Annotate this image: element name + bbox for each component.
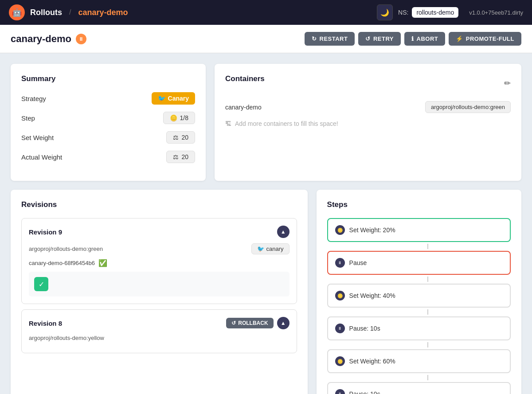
summary-card: Summary Strategy 🐦 Canary Step 🪙 1/8 Set…	[11, 64, 206, 181]
step-1: 🪙 Set Weight: 20%	[327, 218, 511, 242]
version-label: v1.0.0+75eeb71.dirty	[469, 9, 523, 16]
rollback-icon: ↺	[231, 320, 236, 326]
revision-9-title: Revision 9	[29, 228, 62, 236]
revisions-title: Revisions	[21, 200, 297, 209]
revisions-card: Revisions Revision 9 ▲ argoproj/rollouts…	[11, 190, 308, 394]
action-buttons: ↻ RESTART ↺ RETRY ℹ ABORT ⚡ PROMOTE-FULL	[305, 32, 521, 46]
container-item: canary-demo argoproj/rollouts-demo:green	[225, 101, 511, 113]
top-cards-row: Summary Strategy 🐦 Canary Step 🪙 1/8 Set…	[11, 64, 521, 181]
step-5-weight-icon: 🪙	[335, 356, 345, 366]
bottom-cards-row: Revisions Revision 9 ▲ argoproj/rollouts…	[11, 190, 521, 394]
rollback-button[interactable]: ↺ ROLLBACK	[226, 318, 273, 328]
main-content: Summary Strategy 🐦 Canary Step 🪙 1/8 Set…	[0, 53, 532, 394]
revision-9-item: Revision 9 ▲ argoproj/rollouts-demo:gree…	[21, 218, 297, 304]
steps-title: Steps	[327, 200, 511, 209]
revision-9-pods: ✓	[29, 272, 289, 296]
steps-card: Steps 🪙 Set Weight: 20% ⏸ Pause 🪙 Set We…	[317, 190, 521, 394]
summary-step-row: Step 🪙 1/8	[21, 112, 195, 124]
promote-icon: ⚡	[456, 35, 463, 42]
actual-weight-badge: ⚖ 20	[166, 151, 195, 163]
containers-title: Containers	[225, 74, 265, 83]
step-6: ⏸ Pause: 10s	[327, 382, 511, 394]
step-3-weight-icon: 🪙	[335, 291, 345, 300]
actual-weight-label: Actual Weight	[21, 153, 62, 161]
step-icon: 🪙	[170, 114, 177, 121]
add-containers-icon: 🏗	[225, 120, 231, 127]
step-5: 🪙 Set Weight: 60%	[327, 349, 511, 373]
header-subtitle: canary-demo	[78, 8, 128, 17]
step-label: Step	[21, 114, 35, 122]
namespace-info: NS: rollouts-demo	[398, 7, 458, 18]
containers-card: Containers ✏ canary-demo argoproj/rollou…	[215, 64, 521, 181]
app-title: Rollouts	[30, 8, 62, 17]
revision-8-item: Revision 8 ↺ ROLLBACK ▲ argoproj/rollout…	[21, 309, 297, 353]
revision-9-image-row: argoproj/rollouts-demo:green 🐦 canary	[29, 243, 289, 254]
step-connector-4	[427, 342, 428, 347]
step-4-pause-icon: ⏸	[335, 324, 345, 333]
theme-toggle-button[interactable]: 🌙	[377, 4, 393, 20]
step-connector-3	[427, 309, 428, 315]
summary-strategy-row: Strategy 🐦 Canary	[21, 92, 195, 105]
namespace-badge: rollouts-demo	[412, 7, 458, 18]
revision-9-image: argoproj/rollouts-demo:green	[29, 246, 103, 252]
summary-title: Summary	[21, 74, 195, 83]
step-connector-5	[427, 375, 428, 380]
step-4: ⏸ Pause: 10s	[327, 316, 511, 340]
app-logo: 🤖	[9, 4, 25, 20]
revision-8-collapse-button[interactable]: ▲	[277, 317, 289, 329]
revision-9-collapse-button[interactable]: ▲	[277, 226, 289, 238]
page-title-text: canary-demo	[11, 33, 71, 45]
revision-8-image-row: argoproj/rollouts-demo:yellow	[29, 335, 289, 341]
container-image-badge: argoproj/rollouts-demo:green	[425, 101, 511, 113]
pause-status-icon: ⏸	[76, 34, 86, 44]
strategy-badge: 🐦 Canary	[152, 92, 195, 105]
revision-9-pod-row: canary-demo-68f96454b6 ✅	[29, 259, 289, 267]
step-2-pause-icon: ⏸	[335, 258, 345, 268]
step-connector-1	[427, 244, 428, 249]
restart-icon: ↻	[312, 35, 317, 42]
step-badge: 🪙 1/8	[163, 112, 195, 124]
abort-button[interactable]: ℹ ABORT	[404, 32, 445, 46]
edit-containers-icon[interactable]: ✏	[504, 78, 511, 88]
page-title-container: canary-demo ⏸	[11, 33, 86, 45]
retry-button[interactable]: ↺ RETRY	[358, 32, 401, 46]
revision-8-title: Revision 8	[29, 320, 62, 327]
restart-button[interactable]: ↻ RESTART	[305, 32, 355, 46]
step-1-weight-icon: 🪙	[335, 225, 345, 235]
step-6-pause-icon: ⏸	[335, 389, 345, 394]
container-name: canary-demo	[225, 104, 262, 111]
promote-full-button[interactable]: ⚡ PROMOTE-FULL	[449, 32, 521, 46]
set-weight-label: Set Weight	[21, 134, 54, 141]
add-containers-hint: 🏗 Add more containers to fill this space…	[225, 120, 511, 127]
summary-set-weight-row: Set Weight ⚖ 20	[21, 131, 195, 144]
summary-actual-weight-row: Actual Weight ⚖ 20	[21, 151, 195, 163]
scales2-icon: ⚖	[173, 153, 179, 160]
revision-8-header: Revision 8 ↺ ROLLBACK ▲	[29, 317, 289, 329]
revision-8-image: argoproj/rollouts-demo:yellow	[29, 335, 104, 341]
strategy-label: Strategy	[21, 95, 46, 102]
retry-icon: ↺	[365, 35, 371, 42]
canary-tag-icon: 🐦	[257, 246, 264, 252]
ns-label: NS:	[398, 9, 408, 16]
revision-9-canary-tag: 🐦 canary	[251, 243, 289, 254]
step-connector-2	[427, 277, 428, 282]
step-2: ⏸ Pause	[327, 251, 511, 275]
pod-checkmark: ✓	[34, 277, 48, 291]
pod-verified-icon: ✅	[98, 259, 107, 267]
revision-9-header: Revision 9 ▲	[29, 226, 289, 238]
set-weight-badge: ⚖ 20	[166, 131, 195, 144]
abort-icon: ℹ	[411, 35, 414, 42]
header-separator: /	[69, 8, 71, 16]
canary-bird-icon: 🐦	[158, 95, 165, 102]
header: 🤖 Rollouts / canary-demo 🌙 NS: rollouts-…	[0, 0, 532, 25]
subheader: canary-demo ⏸ ↻ RESTART ↺ RETRY ℹ ABORT …	[0, 25, 532, 53]
containers-header: Containers ✏	[225, 74, 511, 92]
step-3: 🪙 Set Weight: 40%	[327, 284, 511, 308]
scales-icon: ⚖	[173, 134, 179, 141]
